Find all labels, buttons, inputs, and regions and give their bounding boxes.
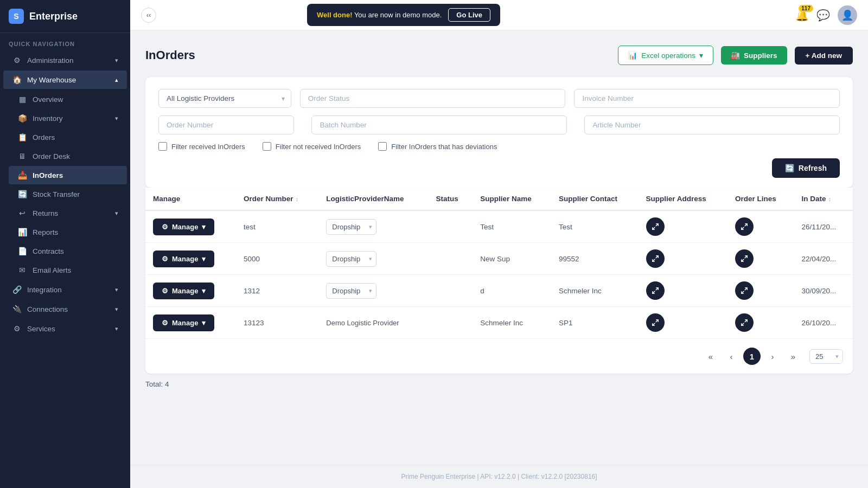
supplier-name-cell: Test bbox=[473, 210, 551, 243]
sidebar-item-reports[interactable]: 📊 Reports bbox=[9, 223, 127, 241]
order-desk-icon: 🖥 bbox=[17, 152, 27, 160]
warehouse-icon: 🏠 bbox=[12, 75, 22, 84]
sidebar-item-order-desk[interactable]: 🖥 Order Desk bbox=[9, 147, 127, 165]
sidebar-item-contracts[interactable]: 📄 Contracts bbox=[9, 242, 127, 260]
logistic-provider-cell: Demo Logistic Provider bbox=[318, 307, 428, 339]
filter-not-received-label[interactable]: Filter not received InOrders bbox=[263, 142, 361, 151]
orders-icon: 📋 bbox=[17, 133, 27, 142]
invoice-number-input[interactable] bbox=[574, 89, 840, 108]
sidebar-item-stock-transfer[interactable]: 🔄 Stock Transfer bbox=[9, 185, 127, 203]
manage-button[interactable]: ⚙Manage▾ bbox=[153, 251, 214, 267]
last-page-button[interactable]: » bbox=[784, 348, 802, 365]
supplier-address-button[interactable] bbox=[646, 313, 665, 332]
table-row: ⚙Manage▾testDropship▾TestTest26/11/20... bbox=[145, 210, 853, 243]
chevron-down-icon: ▾ bbox=[115, 325, 118, 332]
main-wrapper: ‹‹ Well done! You are now in demo mode. … bbox=[130, 0, 868, 488]
prev-page-button[interactable]: ‹ bbox=[723, 348, 740, 365]
page-size-select[interactable]: 10 25 50 100 bbox=[809, 349, 843, 364]
order-number-input[interactable] bbox=[158, 115, 294, 134]
filter-deviations-label[interactable]: Filter InOrders that has deviations bbox=[378, 142, 497, 151]
supplier-address-cell bbox=[639, 307, 727, 339]
sidebar-item-inventory[interactable]: 📦 Inventory ▾ bbox=[9, 109, 127, 127]
sidebar-item-email-alerts[interactable]: ✉ Email Alerts bbox=[9, 261, 127, 279]
go-live-button[interactable]: Go Live bbox=[448, 8, 490, 22]
add-new-button[interactable]: + Add new bbox=[795, 47, 853, 65]
sidebar-item-connections[interactable]: 🔌 Connections ▾ bbox=[3, 300, 127, 318]
next-page-button[interactable]: › bbox=[764, 348, 781, 365]
collapse-sidebar-button[interactable]: ‹‹ bbox=[141, 8, 156, 23]
manage-button[interactable]: ⚙Manage▾ bbox=[153, 314, 214, 331]
sidebar-item-integration[interactable]: 🔗 Integration ▾ bbox=[3, 280, 127, 299]
excel-operations-button[interactable]: 📊 Excel operations ▾ bbox=[618, 46, 713, 65]
page-size-wrapper: 10 25 50 100 ▾ bbox=[805, 349, 843, 364]
order-lines-cell bbox=[727, 243, 794, 275]
inorders-table: Manage Order Number↕ LogisticProviderNam… bbox=[145, 188, 853, 339]
supplier-address-button[interactable] bbox=[646, 281, 665, 300]
filter-received-checkbox[interactable] bbox=[158, 142, 167, 151]
filter-row-2 bbox=[158, 115, 840, 134]
manage-button[interactable]: ⚙Manage▾ bbox=[153, 219, 214, 235]
chevron-down-icon: ▾ bbox=[115, 286, 118, 293]
chat-icon[interactable]: 💬 bbox=[816, 9, 830, 22]
total-text: Total: 4 bbox=[145, 380, 169, 388]
filter-received-label[interactable]: Filter received InOrders bbox=[158, 142, 245, 151]
order-lines-button[interactable] bbox=[735, 217, 754, 236]
order-lines-button[interactable] bbox=[735, 249, 754, 268]
reports-icon: 📊 bbox=[17, 228, 27, 236]
logistic-provider-dropdown[interactable]: Dropship bbox=[326, 219, 376, 235]
status-cell bbox=[429, 307, 473, 339]
services-icon: ⚙ bbox=[12, 324, 22, 333]
logistic-provider-text: Demo Logistic Provider bbox=[326, 319, 399, 327]
sidebar-item-orders[interactable]: 📋 Orders bbox=[9, 128, 127, 146]
article-number-input[interactable] bbox=[584, 115, 840, 134]
notification-count: 117 bbox=[799, 5, 813, 12]
manage-button[interactable]: ⚙Manage▾ bbox=[153, 282, 214, 299]
sidebar-item-overview[interactable]: ▦ Overview bbox=[9, 90, 127, 108]
logistic-provider-select[interactable]: All Logistic Providers bbox=[158, 89, 291, 108]
logistic-provider-dropdown[interactable]: Dropship bbox=[326, 251, 376, 267]
administration-icon: ⚙ bbox=[12, 56, 22, 65]
batch-number-input[interactable] bbox=[311, 115, 567, 134]
pagination-row: « ‹ 1 › » 10 25 50 100 ▾ bbox=[145, 339, 853, 374]
col-order-number[interactable]: Order Number↕ bbox=[236, 188, 318, 210]
col-status: Status bbox=[429, 188, 473, 210]
refresh-button[interactable]: 🔄 Refresh bbox=[772, 158, 840, 178]
sidebar-item-services[interactable]: ⚙ Services ▾ bbox=[3, 319, 127, 338]
supplier-address-button[interactable] bbox=[646, 217, 665, 236]
filter-not-received-checkbox[interactable] bbox=[263, 142, 271, 151]
supplier-address-button[interactable] bbox=[646, 249, 665, 268]
chevron-down-icon: ▾ bbox=[115, 306, 118, 313]
page-1-button[interactable]: 1 bbox=[743, 348, 761, 365]
content-area: InOrders 📊 Excel operations ▾ 🏭 Supplier… bbox=[130, 30, 868, 465]
col-in-date[interactable]: In Date↕ bbox=[794, 188, 853, 210]
invoice-number-wrapper bbox=[574, 89, 840, 108]
logistic-provider-dropdown[interactable]: Dropship bbox=[326, 283, 376, 299]
logistic-provider-cell: Dropship▾ bbox=[318, 243, 428, 275]
order-status-input[interactable] bbox=[300, 89, 566, 108]
footer-text: Prime Penguin Enterprise | API: v12.2.0 … bbox=[401, 473, 597, 480]
sidebar-item-my-warehouse[interactable]: 🏠 My Warehouse ▴ bbox=[3, 70, 127, 89]
order-lines-cell bbox=[727, 210, 794, 243]
sidebar-item-inorders[interactable]: 📥 InOrders bbox=[9, 166, 127, 184]
in-date-cell: 22/04/20... bbox=[794, 243, 853, 275]
sidebar-label: Connections bbox=[27, 305, 68, 313]
order-lines-button[interactable] bbox=[735, 313, 754, 332]
notification-badge[interactable]: 🔔 117 bbox=[795, 9, 809, 22]
avatar[interactable]: 👤 bbox=[838, 5, 857, 25]
sidebar-label: Orders bbox=[33, 133, 55, 142]
table-row: ⚙Manage▾13123Demo Logistic ProviderSchme… bbox=[145, 307, 853, 339]
col-logistic-provider: LogisticProviderName bbox=[318, 188, 428, 210]
sidebar-item-returns[interactable]: ↩ Returns ▾ bbox=[9, 204, 127, 222]
table-body: ⚙Manage▾testDropship▾TestTest26/11/20...… bbox=[145, 210, 853, 339]
filter-deviations-checkbox[interactable] bbox=[378, 142, 387, 151]
sidebar-label: Reports bbox=[33, 228, 58, 236]
status-cell bbox=[429, 210, 473, 243]
suppliers-icon: 🏭 bbox=[731, 51, 740, 60]
connections-icon: 🔌 bbox=[12, 305, 22, 313]
dropdown-icon: ▾ bbox=[202, 287, 206, 295]
first-page-button[interactable]: « bbox=[702, 348, 719, 365]
sidebar-label: Email Alerts bbox=[33, 266, 71, 274]
suppliers-button[interactable]: 🏭 Suppliers bbox=[721, 46, 787, 65]
sidebar-item-administration[interactable]: ⚙ Administration ▾ bbox=[3, 51, 127, 69]
order-lines-button[interactable] bbox=[735, 281, 754, 300]
